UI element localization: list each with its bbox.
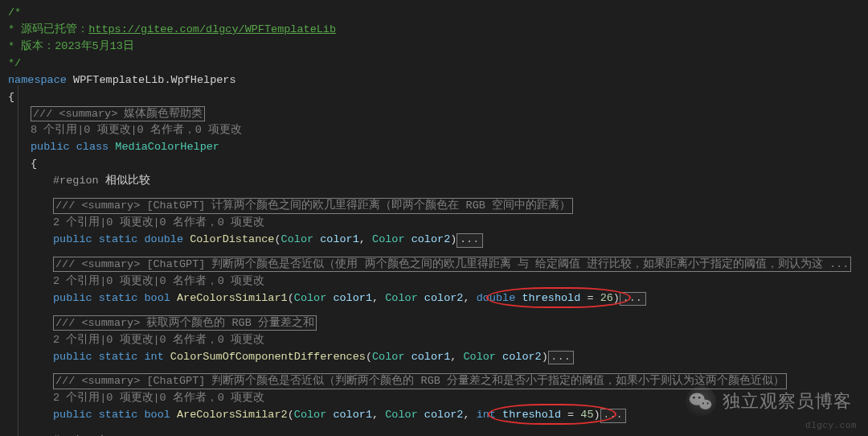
watermark-url: dlgcy.com — [805, 419, 857, 433]
comment-line: /* — [8, 5, 868, 22]
codelens[interactable]: 2 个引用|0 项更改|0 名作者，0 项更改 — [8, 215, 868, 232]
method-decl: public static double ColorDistance(Color… — [8, 232, 868, 249]
brace-open: { — [8, 89, 868, 106]
collapse-toggle[interactable]: ... — [457, 233, 483, 248]
method-summary: /// <summary> [ChatGPT] 计算两个颜色之间的欧几里得距离（… — [8, 198, 868, 215]
brace-open: { — [8, 156, 868, 173]
method-summary: /// <summary> 获取两个颜色的 RGB 分量差之和 — [8, 315, 868, 332]
comment-open: /* — [8, 6, 21, 19]
repo-link[interactable]: https://gitee.com/dlgcy/WPFTemplateLib — [88, 23, 336, 35]
comment-text: * 版本：2023年5月13日 — [8, 40, 134, 52]
xml-doc-box[interactable]: /// <summary> [ChatGPT] 计算两个颜色之间的欧几里得距离（… — [53, 198, 573, 214]
xml-doc-box[interactable]: /// <summary> 获取两个颜色的 RGB 分量差之和 — [53, 315, 317, 331]
class-decl: public class MediaColorHelper — [8, 139, 868, 156]
method-decl: public static bool AreColorsSimilar1(Col… — [8, 290, 868, 307]
comment-line: * 版本：2023年5月13日 — [8, 39, 868, 56]
codelens[interactable]: 2 个引用|0 项更改|0 名作者，0 项更改 — [8, 332, 868, 349]
namespace-line: namespace WPFTemplateLib.WpfHelpers — [8, 72, 868, 89]
method-summary: /// <summary> [ChatGPT] 判断两个颜色是否近似（使用 两个… — [8, 257, 868, 274]
method-name: AreColorsSimilar2 — [177, 409, 288, 421]
comment-text: * 源码已托管： — [8, 23, 88, 35]
class-summary: /// <summary> 媒体颜色帮助类 — [8, 106, 868, 123]
comment-line: */ — [8, 56, 868, 72]
codelens[interactable]: 2 个引用|0 项更改|0 名作者，0 项更改 — [8, 390, 868, 407]
method-decl: public static bool AreColorsSimilar2(Col… — [8, 407, 868, 424]
method-summary: /// <summary> [ChatGPT] 判断两个颜色是否近似（判断两个颜… — [8, 373, 868, 390]
codelens[interactable]: 2 个引用|0 项更改|0 名作者，0 项更改 — [8, 274, 868, 290]
method-name: ColorSumOfComponentDifferences — [170, 351, 366, 363]
comment-line: * 源码已托管：https://gitee.com/dlgcy/WPFTempl… — [8, 22, 868, 39]
method-name: AreColorsSimilar1 — [177, 292, 288, 304]
xml-doc-box[interactable]: /// <summary> [ChatGPT] 判断两个颜色是否近似（使用 两个… — [53, 257, 851, 273]
method-name: ColorDistance — [190, 233, 274, 245]
comment-close: */ — [8, 57, 21, 69]
codelens[interactable]: 8 个引用|0 项更改|0 名作者，0 项更改 — [8, 122, 868, 139]
class-name: MediaColorHelper — [115, 141, 219, 153]
namespace-name: WPFTemplateLib.WpfHelpers — [73, 74, 236, 86]
method-decl: public static int ColorSumOfComponentDif… — [8, 349, 868, 366]
xml-doc-box[interactable]: /// <summary> [ChatGPT] 判断两个颜色是否近似（判断两个颜… — [53, 373, 787, 389]
collapse-toggle[interactable]: ... — [548, 351, 575, 365]
collapse-toggle[interactable]: ... — [620, 292, 646, 306]
endregion-line[interactable]: #endregion — [8, 432, 868, 436]
xml-doc-box[interactable]: /// <summary> 媒体颜色帮助类 — [31, 106, 205, 122]
collapse-toggle[interactable]: ... — [600, 409, 627, 423]
namespace-keyword: namespace — [8, 74, 67, 86]
region-line[interactable]: #region 相似比较 — [8, 173, 868, 190]
